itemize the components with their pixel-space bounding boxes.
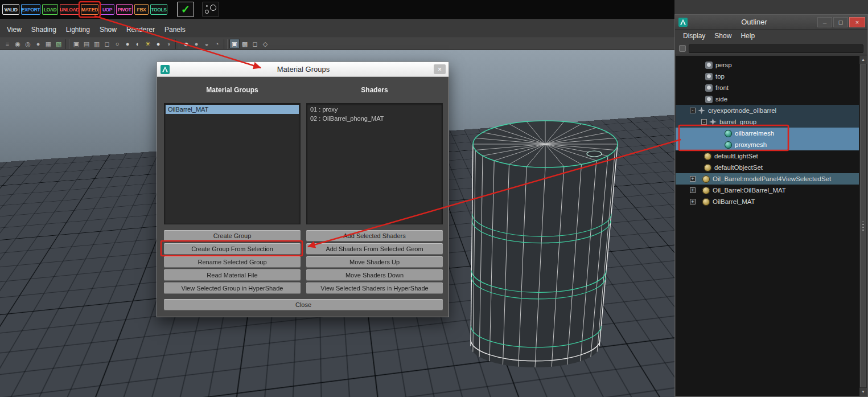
default-light-icon[interactable]: ●	[153, 39, 163, 49]
spheres-tool-icon[interactable]	[202, 2, 219, 17]
shaded-icon[interactable]: ●	[122, 39, 133, 49]
select-hierarchy-icon[interactable]: ◉	[13, 39, 23, 49]
film-gate-icon[interactable]: ◻	[102, 39, 112, 49]
outliner-row-oilbarrel-mat[interactable]: + OilBarrel_MAT	[676, 196, 859, 207]
select-object-icon[interactable]: ◎	[23, 39, 33, 49]
menu-view[interactable]: View	[7, 26, 22, 34]
shelf-button-load[interactable]: LOAD	[42, 4, 58, 15]
scroll-up-icon[interactable]: ▲	[859, 56, 867, 64]
shelf-button-uop[interactable]: UOP	[100, 4, 114, 15]
shelf-button-fbx[interactable]: FBX	[134, 4, 149, 15]
camera-icon	[705, 84, 713, 92]
snap-grid-icon[interactable]: ▦	[43, 39, 54, 49]
close-icon[interactable]: ×	[849, 17, 865, 27]
create-group-from-selection-button[interactable]: Create Group From Selection	[164, 243, 301, 255]
shelf-button-tools[interactable]: TOOLS	[150, 4, 167, 15]
filter-input[interactable]	[689, 44, 863, 53]
menu-renderer[interactable]: Renderer	[126, 26, 155, 34]
isolate-select-icon[interactable]: ▣	[229, 39, 240, 49]
outliner-row-viewselectedset[interactable]: + Oil_Barrel:modelPanel4ViewSelectedSet	[676, 173, 859, 185]
snap-curve-icon[interactable]: ▧	[54, 39, 64, 49]
cube-icon[interactable]: ▩	[240, 39, 250, 49]
scroll-down-icon[interactable]: ▼	[859, 388, 867, 396]
outliner-row-front[interactable]: front	[676, 82, 859, 93]
camera-icon[interactable]: ▣	[71, 39, 81, 49]
read-material-file-button[interactable]: Read Material File	[164, 269, 301, 281]
outliner-row-oilbarrel-mat-ns[interactable]: + Oil_Barrel:OilBarrel_MAT	[676, 185, 859, 196]
wireframe-icon[interactable]: ○	[112, 39, 122, 49]
expand-toggle-icon[interactable]: +	[690, 199, 696, 204]
maximize-icon[interactable]: □	[833, 17, 848, 27]
dialog-close-icon[interactable]: ×	[434, 64, 446, 74]
menu-display[interactable]: Display	[683, 32, 705, 40]
outline-cube-icon[interactable]: ◻	[250, 39, 260, 49]
shelf-button-export[interactable]: EXPORT	[21, 4, 40, 15]
menu-show[interactable]: Show	[714, 32, 731, 40]
list-item[interactable]: 01 : proxy	[308, 105, 441, 114]
filter-icon[interactable]	[679, 45, 686, 52]
textured-icon[interactable]: ◐	[133, 39, 143, 49]
shelf-button-pivot[interactable]: PIVOT	[116, 4, 133, 15]
lighting-icon[interactable]: ☀	[143, 39, 153, 49]
move-shaders-down-button[interactable]: Move Shaders Down	[306, 269, 443, 281]
material-groups-dialog: Material Groups × Material Groups Shader…	[157, 62, 449, 317]
checkmark-icon[interactable]: ✓	[177, 2, 194, 17]
outliner-title: Outliner	[691, 18, 817, 26]
outliner-filter-row	[675, 42, 867, 55]
rename-selected-group-button[interactable]: Rename Selected Group	[164, 256, 301, 268]
collapse-toggle-icon[interactable]: -	[701, 119, 707, 125]
menu-help[interactable]: Help	[741, 32, 755, 40]
outliner-row-persp[interactable]: persp	[676, 59, 859, 71]
shelf-bar: VALID EXPORT LOAD UNLOAD MAT:ED UOP PIVO…	[0, 0, 674, 19]
object-set-icon	[702, 175, 710, 183]
view-shaders-hypershade-button[interactable]: View Selected Shaders in HyperShade	[306, 283, 443, 294]
node-label: OilBarrel_MAT	[713, 198, 755, 205]
outliner-scrollbar[interactable]: ▲ ▼	[859, 56, 867, 396]
close-button[interactable]: Close	[164, 299, 443, 310]
scrollbar-grip	[862, 222, 864, 231]
outliner-titlebar[interactable]: Outliner – □ ×	[675, 15, 867, 30]
shelf-button-valid[interactable]: VALID	[2, 4, 19, 15]
list-item[interactable]: 02 : OilBarrel_phong_MAT	[308, 114, 441, 123]
outliner-row-top[interactable]: top	[676, 71, 859, 82]
scrollbar-thumb[interactable]	[860, 64, 866, 387]
image-plane-icon[interactable]: ▥	[92, 39, 102, 49]
outliner-row-defaultobjectset[interactable]: defaultObjectSet	[676, 162, 859, 173]
minimize-icon[interactable]: –	[817, 17, 832, 27]
bookmark-icon[interactable]: ▤	[81, 39, 92, 49]
material-groups-list[interactable]: OilBarrel_MAT	[164, 103, 301, 224]
outliner-row-proxymesh[interactable]: proxymesh	[676, 139, 859, 150]
outliner-row-side[interactable]: side	[676, 93, 859, 105]
dialog-titlebar[interactable]: Material Groups ×	[157, 62, 449, 77]
view-group-hypershade-button[interactable]: View Selected Group in HyperShade	[164, 283, 301, 294]
outliner-row-oilbarrelmesh[interactable]: oilbarrelmesh	[676, 128, 859, 139]
shelf-button-mated[interactable]: MAT:ED	[81, 4, 98, 15]
add-selected-shaders-button[interactable]: Add Selected Shaders	[306, 230, 443, 242]
head-icon[interactable]: ☻	[181, 39, 191, 49]
menu-lighting[interactable]: Lighting	[66, 26, 90, 34]
menu-shading[interactable]: Shading	[31, 26, 56, 34]
outliner-tree[interactable]: persp top front side - cryexportnode_oil…	[676, 56, 867, 396]
share-icon[interactable]: ◇	[260, 39, 270, 49]
expand-toggle-icon[interactable]: +	[690, 176, 696, 182]
outliner-row-cryexportnode[interactable]: - cryexportnode_oilbarrel	[676, 105, 859, 116]
shaders-list[interactable]: 01 : proxy 02 : OilBarrel_phong_MAT	[306, 103, 443, 224]
shelf-button-unload[interactable]: UNLOAD	[60, 4, 79, 15]
add-shaders-from-geom-button[interactable]: Add Shaders From Selected Geom	[306, 243, 443, 255]
outliner-row-defaultlightset[interactable]: defaultLightSet	[676, 150, 859, 162]
shadows-icon[interactable]: ◑	[163, 39, 174, 49]
node-label: Oil_Barrel:modelPanel4ViewSelectedSet	[713, 175, 831, 182]
smooth-shade-icon[interactable]: ●	[191, 39, 201, 49]
bounding-box-icon[interactable]: ◔	[212, 39, 222, 49]
outliner-row-barrel-group[interactable]: - barrel_group	[676, 116, 859, 128]
select-component-icon[interactable]: ●	[33, 39, 43, 49]
list-item[interactable]: OilBarrel_MAT	[166, 105, 299, 114]
collapse-toggle-icon[interactable]: -	[690, 108, 696, 113]
move-shaders-up-button[interactable]: Move Shaders Up	[306, 256, 443, 268]
expand-toggle-icon[interactable]: +	[690, 187, 696, 193]
grip-icon[interactable]: ≡	[2, 39, 13, 49]
menu-panels[interactable]: Panels	[164, 26, 186, 34]
menu-show[interactable]: Show	[100, 26, 117, 34]
create-group-button[interactable]: Create Group	[164, 230, 301, 242]
flat-shade-icon[interactable]: ◒	[201, 39, 212, 49]
